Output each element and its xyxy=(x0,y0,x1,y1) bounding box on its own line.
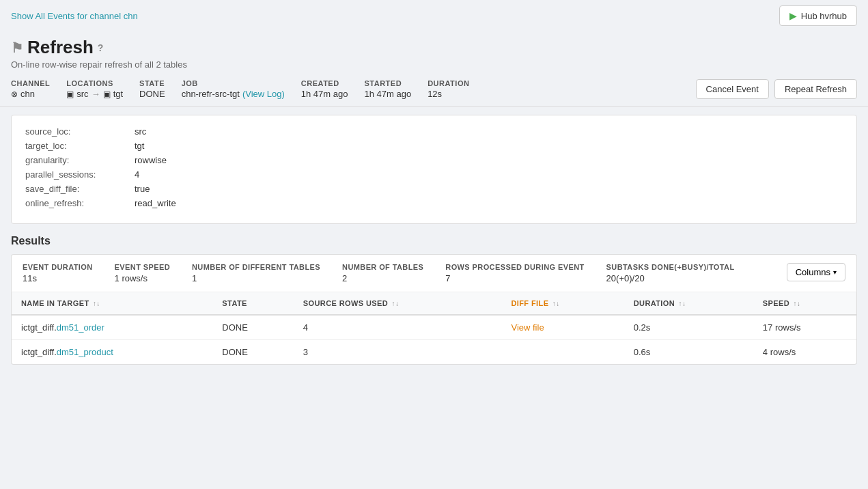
created-value: 1h 47m ago xyxy=(301,89,348,99)
stat-group: NUMBER OF TABLES2 xyxy=(342,263,423,283)
channel-value: ⊗ chn xyxy=(11,89,50,99)
arrow-icon: → xyxy=(92,89,100,99)
table-header-duration[interactable]: DURATION ↑↓ xyxy=(624,292,753,315)
tgt-icon: ▣ xyxy=(103,89,111,99)
hub-button[interactable]: ▶ Hub hvrhub xyxy=(779,5,857,26)
cell-name: ictgt_diff.dm51_product xyxy=(12,340,212,365)
cell-source-rows: 4 xyxy=(294,315,502,340)
stat-value: 7 xyxy=(445,273,584,283)
results-table: NAME IN TARGET ↑↓STATESOURCE ROWS USED ↑… xyxy=(12,292,856,364)
cell-diff-file: View file xyxy=(501,315,624,340)
page-subtitle: On-line row-wise repair refresh of all 2… xyxy=(11,59,857,70)
stat-group: ROWS PROCESSED DURING EVENT7 xyxy=(445,263,584,283)
sort-icon: ↑↓ xyxy=(552,300,560,307)
stat-label: ROWS PROCESSED DURING EVENT xyxy=(445,263,584,271)
results-title: Results xyxy=(11,232,857,247)
started-value: 1h 47m ago xyxy=(364,89,411,99)
view-file-link[interactable]: View file xyxy=(511,322,544,333)
tgt-text: tgt xyxy=(113,89,123,99)
results-table-wrap: NAME IN TARGET ↑↓STATESOURCE ROWS USED ↑… xyxy=(11,292,857,365)
state-value: DONE xyxy=(139,89,165,99)
job-label: JOB xyxy=(182,79,285,87)
cell-diff-file xyxy=(501,340,624,365)
sort-icon: ↑↓ xyxy=(93,300,100,307)
duration-label: DURATION xyxy=(428,79,469,87)
duration-value: 12s xyxy=(428,89,469,99)
online-refresh-key: online_refresh: xyxy=(25,198,135,208)
columns-btn-wrap: Columns ▾ xyxy=(787,263,845,281)
granularity-val: rowwise xyxy=(135,155,167,165)
name-prefix: ictgt_diff. xyxy=(21,322,57,333)
cell-source-rows: 3 xyxy=(294,340,502,365)
stat-label: EVENT SPEED xyxy=(115,263,170,271)
parallel-key: parallel_sessions: xyxy=(25,169,135,180)
show-all-events-link[interactable]: Show All Events for channel chn xyxy=(11,11,138,21)
target-loc-key: target_loc: xyxy=(25,141,135,151)
src-icon: ▣ xyxy=(66,89,74,99)
stats-row: EVENT DURATION11sEVENT SPEED1 rows/sNUMB… xyxy=(11,254,857,292)
stat-group: NUMBER OF DIFFERENT TABLES1 xyxy=(192,263,320,283)
locations-value: ▣ src → ▣ tgt xyxy=(66,89,123,99)
cell-speed: 4 rows/s xyxy=(753,340,856,365)
job-text: chn-refr-src-tgt xyxy=(182,89,240,99)
columns-button[interactable]: Columns ▾ xyxy=(787,263,845,281)
meta-state: STATE DONE xyxy=(139,79,165,99)
cell-speed: 17 rows/s xyxy=(753,315,856,340)
meta-job: JOB chn-refr-src-tgt (View Log) xyxy=(182,79,285,99)
chevron-down-icon: ▾ xyxy=(833,268,837,276)
channel-icon: ⊗ xyxy=(11,89,18,99)
target-loc-val: tgt xyxy=(135,141,144,151)
name-link[interactable]: dm51_product xyxy=(57,347,113,357)
table-header-state: STATE xyxy=(212,292,293,315)
detail-card: source_loc: src target_loc: tgt granular… xyxy=(11,115,857,224)
help-icon[interactable]: ? xyxy=(98,42,104,53)
stat-group: EVENT SPEED1 rows/s xyxy=(115,263,170,283)
detail-save-diff: save_diff_file: true xyxy=(25,184,843,194)
stat-value: 11s xyxy=(23,273,93,283)
detail-online-refresh: online_refresh: read_write xyxy=(25,198,843,208)
locations-label: LOCATIONS xyxy=(66,79,123,87)
columns-label: Columns xyxy=(796,267,830,277)
cancel-event-button[interactable]: Cancel Event xyxy=(696,79,769,99)
meta-locations: LOCATIONS ▣ src → ▣ tgt xyxy=(66,79,123,99)
meta-duration: DURATION 12s xyxy=(428,79,469,99)
table-row: ictgt_diff.dm51_order DONE 4 View file 0… xyxy=(12,315,856,340)
event-actions: Cancel Event Repeat Refresh xyxy=(696,79,857,99)
stat-label: SUBTASKS DONE(+BUSY)/TOTAL xyxy=(606,263,735,271)
table-header-source_rows[interactable]: SOURCE ROWS USED ↑↓ xyxy=(294,292,502,315)
top-bar: Show All Events for channel chn ▶ Hub hv… xyxy=(0,0,868,31)
meta-created: CREATED 1h 47m ago xyxy=(301,79,348,99)
online-refresh-val: read_write xyxy=(135,198,176,208)
flag-icon: ⚑ xyxy=(11,40,23,56)
name-link[interactable]: dm51_order xyxy=(57,322,104,333)
stat-value: 1 xyxy=(192,273,320,283)
detail-parallel: parallel_sessions: 4 xyxy=(25,169,843,180)
meta-channel: CHANNEL ⊗ chn xyxy=(11,79,50,99)
cell-state: DONE xyxy=(212,340,293,365)
view-log-link[interactable]: (View Log) xyxy=(242,89,285,99)
started-label: STARTED xyxy=(364,79,411,87)
cell-state: DONE xyxy=(212,315,293,340)
sort-icon: ↑↓ xyxy=(679,300,686,307)
table-header-speed[interactable]: SPEED ↑↓ xyxy=(753,292,856,315)
created-label: CREATED xyxy=(301,79,348,87)
job-value: chn-refr-src-tgt (View Log) xyxy=(182,89,285,99)
play-icon: ▶ xyxy=(789,10,797,21)
page-title: Refresh xyxy=(27,37,94,58)
table-header-name[interactable]: NAME IN TARGET ↑↓ xyxy=(12,292,212,315)
stat-label: NUMBER OF TABLES xyxy=(342,263,423,271)
table-row: ictgt_diff.dm51_product DONE 3 0.6s 4 ro… xyxy=(12,340,856,365)
table-header-row: NAME IN TARGET ↑↓STATESOURCE ROWS USED ↑… xyxy=(12,292,856,315)
state-label: STATE xyxy=(139,79,165,87)
repeat-refresh-button[interactable]: Repeat Refresh xyxy=(774,79,857,99)
source-loc-val: src xyxy=(135,126,146,137)
channel-text: chn xyxy=(20,89,35,99)
stat-group: EVENT DURATION11s xyxy=(23,263,93,283)
stat-value: 1 rows/s xyxy=(115,273,170,283)
stat-label: NUMBER OF DIFFERENT TABLES xyxy=(192,263,320,271)
granularity-key: granularity: xyxy=(25,155,135,165)
save-diff-val: true xyxy=(135,184,150,194)
src-text: src xyxy=(76,89,88,99)
page-title-container: ⚑ Refresh ? xyxy=(11,37,857,58)
table-header-diff_file[interactable]: DIFF FILE ↑↓ xyxy=(501,292,624,315)
